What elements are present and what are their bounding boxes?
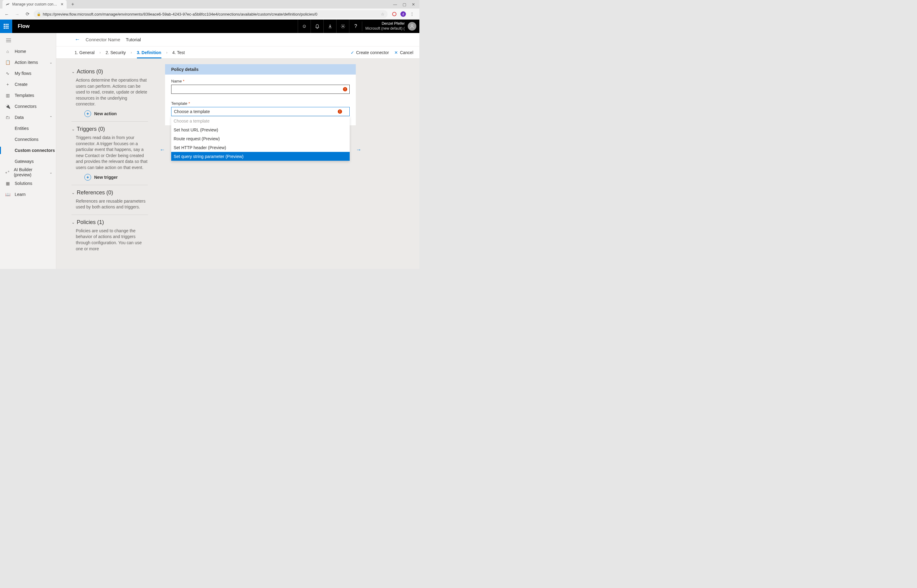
ai-icon: ∘° (5, 170, 10, 175)
step-general[interactable]: 1. General (74, 50, 94, 55)
feedback-icon[interactable]: ☺ (298, 19, 310, 33)
svg-point-0 (392, 12, 396, 16)
section-title: Policies (1) (77, 219, 104, 226)
download-icon[interactable] (323, 19, 336, 33)
sidebar-item-custom-connectors[interactable]: Custom connectors (0, 145, 56, 156)
section-actions-toggle[interactable]: ⌄Actions (0) (71, 68, 148, 75)
plus-circle-icon: + (84, 110, 91, 117)
section-references-toggle[interactable]: ⌄References (0) (71, 189, 148, 196)
sidebar: ⌂Home 📋Action items⌄ ∿My flows +Create ▥… (0, 33, 56, 269)
address-bar[interactable]: 🔒 https://preview.flow.microsoft.com/man… (34, 10, 387, 18)
browser-tab[interactable]: Manage your custom connectors ✕ (2, 0, 67, 8)
sidebar-item-entities[interactable]: Entities (0, 123, 56, 134)
extension-icon[interactable] (391, 11, 397, 17)
name-input[interactable] (171, 85, 350, 94)
chevron-down-icon: ⌄ (71, 69, 75, 74)
connector-label: Connector Name (86, 37, 120, 42)
sidebar-item-label: AI Builder (preview) (14, 167, 45, 178)
new-tab-button[interactable]: + (69, 1, 76, 8)
sidebar-item-learn[interactable]: 📖Learn (0, 189, 56, 200)
tab-title: Manage your custom connectors (12, 2, 58, 6)
template-select[interactable]: Choose a template ! ▾ (171, 107, 350, 116)
name-field-label: Name * (171, 79, 350, 84)
dropdown-option[interactable]: Set HTTP header (Preview) (171, 143, 350, 152)
window-minimize-icon[interactable]: — (393, 2, 397, 7)
create-connector-button[interactable]: ✓Create connector (350, 50, 389, 55)
sidebar-item-my-flows[interactable]: ∿My flows (0, 68, 56, 79)
section-desc: Triggers read data in from your connecto… (71, 135, 148, 171)
step-test[interactable]: 4. Test (173, 50, 185, 55)
flow-icon: ∿ (5, 71, 10, 76)
clipboard-icon: 📋 (5, 60, 10, 65)
sidebar-item-action-items[interactable]: 📋Action items⌄ (0, 57, 56, 68)
section-desc: Actions determine the operations that us… (71, 78, 148, 107)
solutions-icon: ▦ (5, 181, 10, 186)
check-icon: ✓ (350, 50, 354, 55)
chevron-down-icon: ⌄ (71, 220, 75, 225)
window-maximize-icon[interactable]: ▢ (402, 2, 406, 7)
chevron-right-icon: › (99, 50, 100, 55)
section-triggers-toggle[interactable]: ⌄Triggers (0) (71, 126, 148, 132)
user-name: Denzel Pfeifer (365, 21, 405, 26)
back-button[interactable]: ← (74, 36, 80, 43)
tenant-name: Microsoft (new default) ( (365, 26, 405, 31)
new-action-button[interactable]: +New action (71, 110, 148, 117)
sidebar-item-data[interactable]: 🗀Data⌃ (0, 112, 56, 123)
notifications-icon[interactable] (310, 19, 323, 33)
dropdown-option[interactable]: Route request (Preview) (171, 134, 350, 143)
sidebar-item-templates[interactable]: ▥Templates (0, 90, 56, 101)
svg-point-2 (411, 24, 413, 26)
connector-icon: 🔌 (5, 104, 10, 109)
chevron-down-icon: ⌄ (71, 191, 75, 195)
new-trigger-button[interactable]: +New trigger (71, 174, 148, 181)
cancel-button[interactable]: ✕Cancel (394, 50, 413, 55)
nav-back-button[interactable]: ← (2, 10, 11, 18)
app-name: Flow (18, 23, 30, 29)
chevron-down-icon: ⌄ (71, 127, 75, 131)
error-icon: ! (343, 87, 347, 91)
nav-reload-button[interactable]: ⟳ (23, 10, 32, 18)
help-icon[interactable]: ? (349, 19, 362, 33)
dropdown-option[interactable]: Set host URL (Preview) (171, 125, 350, 134)
url-text: https://preview.flow.microsoft.com/manag… (43, 12, 379, 16)
section-desc: References are reusable parameters used … (71, 198, 148, 210)
chevron-down-icon: ⌄ (50, 171, 52, 174)
chevron-down-icon: ⌄ (50, 60, 52, 65)
settings-icon[interactable] (336, 19, 349, 33)
sidebar-item-connectors[interactable]: 🔌Connectors (0, 101, 56, 112)
prev-arrow-button[interactable]: ← (160, 147, 165, 153)
sidebar-item-create[interactable]: +Create (0, 79, 56, 90)
tab-close-icon[interactable]: ✕ (61, 2, 64, 6)
sidebar-item-connections[interactable]: Connections (0, 134, 56, 145)
browser-menu-icon[interactable]: ⋮ (409, 11, 415, 17)
profile-avatar[interactable]: d (400, 11, 406, 17)
sidebar-item-label: Custom connectors (15, 148, 55, 153)
sidebar-toggle-button[interactable] (0, 35, 56, 46)
window-close-icon[interactable]: ✕ (412, 2, 415, 7)
section-policies-toggle[interactable]: ⌄Policies (1) (71, 219, 148, 226)
user-avatar-icon (408, 22, 417, 31)
plus-circle-icon: + (84, 174, 91, 181)
step-definition[interactable]: 3. Definition (137, 50, 161, 58)
sidebar-item-gateways[interactable]: Gateways (0, 156, 56, 167)
dropdown-option-placeholder[interactable]: Choose a template (171, 116, 350, 125)
sidebar-item-ai-builder[interactable]: ∘°AI Builder (preview)⌄ (0, 167, 56, 178)
close-icon: ✕ (394, 50, 398, 55)
sidebar-item-solutions[interactable]: ▦Solutions (0, 178, 56, 189)
book-icon: 📖 (5, 192, 10, 197)
sidebar-item-label: Connectors (15, 104, 37, 109)
section-title: Triggers (0) (77, 126, 105, 132)
star-icon[interactable]: ☆ (381, 12, 384, 16)
sidebar-item-label: Gateways (15, 159, 34, 164)
sidebar-item-label: Entities (15, 126, 29, 131)
next-arrow-button[interactable]: → (356, 147, 361, 153)
step-security[interactable]: 2. Security (105, 50, 126, 55)
template-icon: ▥ (5, 93, 10, 98)
app-launcher-button[interactable] (0, 19, 12, 33)
dropdown-option[interactable]: Set query string parameter (Preview) (171, 152, 350, 161)
user-menu[interactable]: Denzel Pfeifer Microsoft (new default) ( (362, 21, 420, 31)
sidebar-item-home[interactable]: ⌂Home (0, 46, 56, 57)
sidebar-item-label: Action items (15, 60, 38, 65)
sidebar-item-label: My flows (15, 71, 31, 76)
error-icon: ! (338, 110, 342, 114)
